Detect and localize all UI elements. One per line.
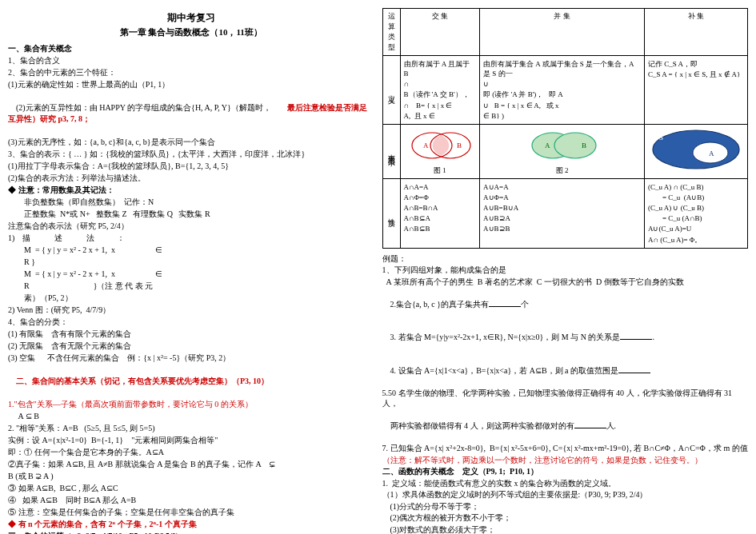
- svg-text:A: A: [423, 141, 429, 149]
- cell-comp-prop: (C_u A) ∩ (C_u B) = C_u (A∪B) (C_u A) ∪ …: [644, 178, 747, 248]
- venn-complement: S A: [644, 124, 747, 178]
- text-line: 2. "相等"关系：A=B (5≥5, 且 5≤5, 则 5=5): [8, 423, 374, 434]
- blank-field[interactable]: [618, 365, 650, 373]
- venn-complement-icon: S A: [648, 127, 744, 172]
- text-line: (2)元素的互异性如：由 HAPPY 的字母组成的集合{H, A, P, Y}（…: [8, 91, 374, 136]
- th-union: 并 集: [480, 9, 645, 56]
- q2: 2.集合{a, b, c }的真子集共有个: [382, 288, 749, 321]
- section-functions-heading: 二、函数的有关概念 定义（P9, 1; P10, 1）: [382, 466, 749, 477]
- text-line: (2)集合的表示方法：列举法与描述法。: [8, 173, 374, 184]
- blank-field[interactable]: [489, 299, 521, 307]
- text-line: 1、集合的含义: [8, 55, 374, 66]
- q7: 7. 已知集合 A={x| x²+2x-8=0}, B={x| x²-5x+6=…: [382, 443, 749, 454]
- venn-union: A B 图 2: [480, 124, 645, 178]
- row-def: 定 义: [382, 56, 400, 125]
- svg-text:B: B: [582, 141, 586, 149]
- formula-line: 素）（P5, 2）: [8, 293, 374, 304]
- text-line: 非负整数集（即自然数集） 记作：N: [8, 197, 374, 208]
- th-intersection: 交 集: [400, 9, 480, 56]
- cell-cup-def: 由所有属于集合 A 或属于集合 S 是一个集合，A 是 S 的一 ∪ 即 (读作…: [480, 56, 645, 125]
- text-line: （1）求具体函数的定义域时的列不等式组的主要依据是:（P30, 9; P39, …: [382, 489, 749, 500]
- formula-line: R }（注 意 代 表 元: [8, 281, 374, 292]
- th-op: 运算类型: [382, 9, 400, 56]
- q7-note: （注意：解不等式时，两边乘以一个数时，注意讨论它的符号，如果是负数，记住变号。）: [382, 455, 749, 466]
- text-line: B (或 B ⊋ A ): [8, 471, 374, 482]
- page-title: 期中考复习: [8, 11, 374, 25]
- q1-options: A 某班所有高个子的男生 B 著名的艺术家 C 一切很大的书 D 倒数等于它自身…: [382, 277, 749, 288]
- text-line: ③ 如果 A⊆B, B⊆C , 那么 A⊆C: [8, 483, 374, 494]
- page-subtitle: 第一章 集合与函数概念（10，11班）: [8, 26, 374, 38]
- text-line: (3) 空集 不含任何元素的集合 例：{x | x²= -5}（研究 P3, 2…: [8, 353, 374, 364]
- cell-comp-def: 记作 C_S A，即 C_S A = { x | x ∈ S, 且 x ∉ A}: [644, 56, 747, 125]
- svg-text:A: A: [545, 141, 550, 149]
- text-line: 1. 定义域：能使函数式有意义的实数 x 的集合称为函数的定义域。: [382, 478, 749, 489]
- q5b: 两种实验都做错得有 4 人，则这两种实验都做对的有人.: [382, 410, 749, 443]
- section-2-heading: 二、集合间的基本关系（切记，有包含关系要优先考虑空集）（P3, 10）: [8, 365, 374, 398]
- text-line: ②真子集：如果 A⊆B, 且 A≠B 那就说集合 A 是集合 B 的真子集，记作…: [8, 459, 374, 470]
- q1: 1、下列四组对象，能构成集合的是: [382, 265, 749, 276]
- text-line: 2) Venn 图：(研究 P5, 4/7/9）: [8, 305, 374, 316]
- formula-line: R }: [8, 257, 374, 268]
- formula-line: M = { x | y = x² - 2 x + 1, x ∈: [8, 269, 374, 280]
- note-line: 注意：常用数集及其记法：: [8, 185, 374, 196]
- q4: 4. 设集合 A={x|1<x<a}，B={x|x<a}，若 A⊆B，则 a 的…: [382, 354, 749, 387]
- q3: 3. 若集合 M={y|y=x²-2x+1, x∈R}, N={x|x≥0}，则…: [382, 321, 749, 354]
- text-line: 实例：设 A={x|x²-1=0} B={-1, 1} "元素相同则两集合相等": [8, 435, 374, 446]
- text-line: 即：① 任何一个集合是它本身的子集。A⊆A: [8, 447, 374, 458]
- text-line: (1)用拉丁字母表示集合：A={我校的篮球队员}, B={1, 2, 3, 4,…: [8, 161, 374, 172]
- text-line: ⑤ 注意：空集是任何集合的子集；空集是任何非空集合的真子集: [8, 507, 374, 518]
- formula-line: M = { y | y = x² - 2 x + 1, x ∈: [8, 245, 374, 256]
- svg-point-5: [554, 133, 596, 158]
- set-operations-table: 运算类型 交 集 并 集 补 集 定 义 由所有属于 A 且属于 B ∩ B（读…: [382, 8, 749, 249]
- text-line: A ⊆ B: [8, 411, 374, 422]
- svg-text:S: S: [659, 134, 663, 141]
- row-venn: 韦 恩 图 示: [382, 124, 400, 178]
- text-line: 4、集合的分类：: [8, 317, 374, 328]
- examples-heading: 例题：: [382, 253, 749, 265]
- venn-intersection: A B 图 1: [400, 124, 480, 178]
- text-line: (1)元素的确定性如：世界上最高的山（P1, 1）: [8, 79, 374, 90]
- text-line: 2、集合的中元素的三个特征：: [8, 67, 374, 78]
- text-line: 1) 描 述 法 ：: [8, 233, 374, 244]
- text-line: (1)分式的分母不等于零；: [382, 501, 749, 512]
- svg-text:B: B: [457, 141, 462, 149]
- section-1-heading: 一、集合有关概念: [8, 43, 374, 54]
- cell-cap-prop: A∩A=A A∩Φ=Φ A∩B=B∩A A∩B⊆A A∩B⊆B: [400, 178, 480, 248]
- venn-union-icon: A B: [522, 127, 602, 164]
- th-complement: 补 集: [644, 9, 747, 56]
- venn-intersection-icon: A B: [404, 127, 476, 164]
- left-column: 期中考复习 第一章 集合与函数概念（10，11班） 一、集合有关概念 1、集合的…: [8, 8, 374, 526]
- text-line: (1) 有限集 含有有限个元素的集合: [8, 329, 374, 340]
- text-line: 正整数集 N*或 N+ 整数集 Z 有理数集 Q 实数集 R: [8, 209, 374, 220]
- text-line: 3、集合的表示：{ … } 如：{我校的篮球队员}，{太平洋，大西洋，印度洋，北…: [8, 149, 374, 160]
- svg-text:A: A: [709, 149, 714, 157]
- q5: 5.50 名学生做的物理、化学两种实验，已知物理实验做得正确得有 40 人，化学…: [382, 388, 749, 409]
- key-formula: 有 n 个元素的集合，含有 2ⁿ 个子集，2ⁿ-1 个真子集: [8, 519, 374, 530]
- row-property: 性 质: [382, 178, 400, 248]
- text-line: 注意集合的表示法（研究 P5, 2/4）: [8, 221, 374, 232]
- section-3-heading: 三、集合的运算 ( p3, 6/7; 4/7/10; P5, 10;P6,5/8…: [8, 531, 374, 534]
- text-line: (3)对数式的真数必须大于零；: [382, 524, 749, 534]
- blank-field[interactable]: [620, 332, 652, 340]
- cell-cap-def: 由所有属于 A 且属于 B ∩ B（读作 'A 交 B'）， ∩ B= { x …: [400, 56, 480, 125]
- right-column: 运算类型 交 集 并 集 补 集 定 义 由所有属于 A 且属于 B ∩ B（读…: [382, 8, 749, 526]
- blank-field[interactable]: [574, 420, 606, 428]
- text-line: 1."包含"关系—子集（最高次项前面带参数时，要讨论它与 0 的关系）: [8, 399, 374, 410]
- text-line: (2) 无限集 含有无限个元素的集合: [8, 341, 374, 352]
- text-line: (2)偶次方根的被开方数不小于零；: [382, 512, 749, 524]
- cell-cup-prop: A∪A=A A∪Φ=A A∪B=B∪A A∪B⊇A A∪B⊇B: [480, 178, 645, 248]
- text-line: ④ 如果 A⊆B 同时 B⊆A 那么 A=B: [8, 495, 374, 506]
- text-line: (3)元素的无序性，如：{a, b, c}和{a, c, b}是表示同一个集合: [8, 137, 374, 148]
